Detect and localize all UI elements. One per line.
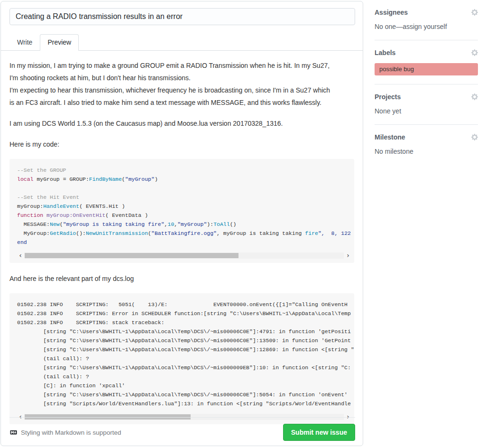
code-line: local myGroup = GROUP:FindByName("myGrou… xyxy=(17,175,354,184)
log-line: 01502.238 INFO SCRIPTING: 5051( 13)/E: E… xyxy=(17,300,354,309)
code-line xyxy=(17,184,354,193)
new-issue-form-card: Write Preview In my mission, I am trying… xyxy=(0,1,363,446)
labels-heading: Labels xyxy=(375,49,395,56)
code-block-log: 01502.238 INFO SCRIPTING: 5051( 13)/E: E… xyxy=(9,293,354,424)
chevron-right-icon[interactable]: › xyxy=(345,251,351,260)
lua-scrollbar-track[interactable] xyxy=(25,252,344,259)
code-line: --Set the GROUP xyxy=(17,166,354,175)
log-line: [string "Scripts/World/EventHandlers.lua… xyxy=(17,399,354,408)
code-line: MESSAGE:New("myGroup is taking taking fi… xyxy=(17,220,354,229)
code-line: MyGroup:GetRadio():NewUnitTransmission("… xyxy=(17,229,354,238)
form-footer: Styling with Markdown is supported Submi… xyxy=(9,417,355,441)
lua-code-lines: --Set the GROUPlocal myGroup = GROUP:Fin… xyxy=(17,166,354,247)
log-line: [C]: in function 'xpcall' xyxy=(17,381,354,390)
code-block-lua: --Set the GROUPlocal myGroup = GROUP:Fin… xyxy=(9,159,354,263)
markdown-icon xyxy=(9,429,18,436)
assignees-empty-text[interactable]: No one—assign yourself xyxy=(375,22,478,31)
sidebar-section-projects: Projects None yet xyxy=(375,84,478,125)
projects-empty-text: None yet xyxy=(375,106,478,116)
tab-preview[interactable]: Preview xyxy=(40,34,79,51)
log-line: [string "C:\Users\BWHITL~1\AppData\Local… xyxy=(17,363,354,372)
preview-paragraph-4: And here is the relevant part of my dcs.… xyxy=(9,272,354,285)
milestone-heading: Milestone xyxy=(375,133,405,141)
code-line: function myGroup:OnEventHit( EventData ) xyxy=(17,211,354,220)
gear-icon[interactable] xyxy=(471,49,478,56)
gear-icon[interactable] xyxy=(471,133,478,141)
gear-icon[interactable] xyxy=(471,93,478,101)
discussion-sidebar: Assignees No one—assign yourself Labels … xyxy=(375,0,478,165)
submit-new-issue-button[interactable]: Submit new issue xyxy=(283,424,355,441)
sidebar-section-milestone: Milestone No milestone xyxy=(375,125,478,165)
editor-tabbar: Write Preview xyxy=(1,33,363,51)
log-line: [string "C:\Users\BWHITL~1\AppData\Local… xyxy=(17,390,354,399)
log-line: (tail call): ? xyxy=(17,372,354,381)
log-line: [string "C:\Users\BWHITL~1\AppData\Local… xyxy=(17,345,354,354)
label-chip-possible-bug[interactable]: possible bug xyxy=(375,63,478,75)
sidebar-section-assignees: Assignees No one—assign yourself xyxy=(375,0,478,40)
assignees-heading: Assignees xyxy=(375,9,408,16)
markdown-supported-link[interactable]: Styling with Markdown is supported xyxy=(9,429,121,436)
milestone-empty-text: No milestone xyxy=(375,147,478,156)
preview-paragraph-1: In my mission, I am trying to make a gro… xyxy=(9,59,354,109)
preview-content: In my mission, I am trying to make a gro… xyxy=(1,51,363,424)
log-line: 01502.238 INFO SCRIPTING: stack tracebac… xyxy=(17,318,354,327)
log-line: (tail call): ? xyxy=(17,354,354,363)
issue-title-input[interactable] xyxy=(9,8,355,25)
lua-scrollbar-thumb[interactable] xyxy=(25,253,238,258)
sidebar-section-labels: Labels possible bug xyxy=(375,40,478,84)
lua-horizontal-scrollbar[interactable]: ‹ › xyxy=(17,251,354,260)
code-line: myGroup:HandleEvent( EVENTS.Hit ) xyxy=(17,202,354,211)
chevron-left-icon[interactable]: ‹ xyxy=(17,251,24,260)
projects-heading: Projects xyxy=(375,93,401,101)
log-line: [string "C:\Users\BWHITL~1\AppData\Local… xyxy=(17,336,354,345)
log-code-lines: 01502.238 INFO SCRIPTING: 5051( 13)/E: E… xyxy=(17,300,354,408)
preview-paragraph-2: I am using DCS World 1.5.3 (on the Cauca… xyxy=(9,117,354,130)
issue-title-row xyxy=(1,1,363,25)
code-line: end xyxy=(17,238,354,247)
code-line: --Set the Hit Event xyxy=(17,193,354,202)
markdown-note-text: Styling with Markdown is supported xyxy=(21,429,121,436)
log-line: [string "C:\Users\BWHITL~1\AppData\Local… xyxy=(17,327,354,336)
preview-paragraph-3: Here is my code: xyxy=(9,138,354,150)
gear-icon[interactable] xyxy=(471,9,478,16)
log-line: 01502.238 INFO SCRIPTING: Error in SCHED… xyxy=(17,309,354,318)
tab-write[interactable]: Write xyxy=(9,34,40,50)
